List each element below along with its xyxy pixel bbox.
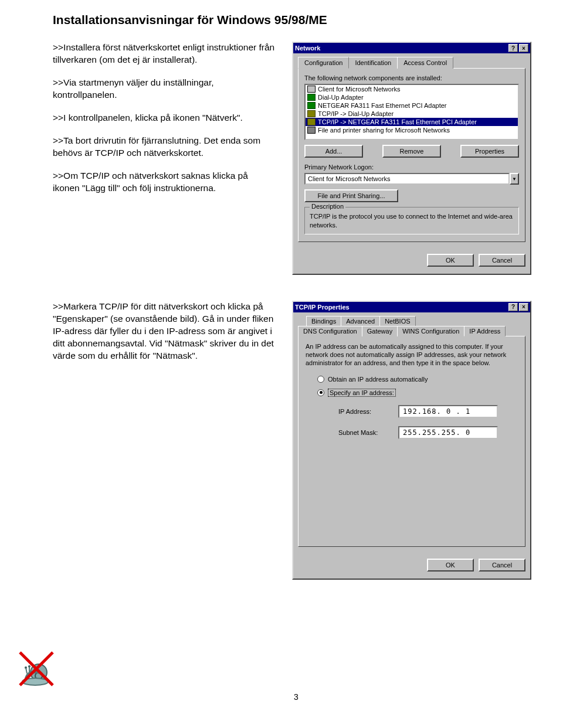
installed-components-label: The following network components are ins… bbox=[304, 74, 519, 81]
primary-logon-combo[interactable]: ▼ bbox=[304, 173, 519, 185]
tab-wins[interactable]: WINS Configuration bbox=[397, 326, 464, 336]
protocol-icon bbox=[307, 110, 316, 117]
ok-button[interactable]: OK bbox=[427, 254, 474, 267]
tab-dns[interactable]: DNS Configuration bbox=[298, 326, 362, 336]
adapter-icon bbox=[307, 94, 316, 101]
file-print-sharing-button[interactable]: File and Print Sharing... bbox=[304, 189, 398, 202]
service-icon bbox=[307, 127, 316, 134]
list-item-selected[interactable]: TCP/IP -> NETGEAR FA311 Fast Ethernet PC… bbox=[306, 118, 518, 126]
ip-address-input[interactable]: 192.168. 0 . 1 bbox=[398, 405, 498, 418]
ip-address-label: IP Address: bbox=[338, 408, 392, 415]
instructions-block-2: >>Markera TCP/IP för ditt nätverkskort o… bbox=[53, 301, 276, 373]
add-button[interactable]: Add... bbox=[304, 145, 363, 158]
list-item[interactable]: Client for Microsoft Networks bbox=[306, 85, 518, 93]
radio-obtain-auto[interactable]: Obtain an IP address automatically bbox=[317, 376, 518, 383]
remove-button[interactable]: Remove bbox=[382, 145, 441, 158]
instruction-5: >>Om TCP/IP och nätverkskort saknas klic… bbox=[53, 170, 276, 195]
tab-bindings[interactable]: Bindings bbox=[306, 316, 341, 326]
instruction-2: >>Via startmenyn väljer du inställningar… bbox=[53, 77, 276, 101]
list-item[interactable]: TCP/IP -> Dial-Up Adapter bbox=[306, 110, 518, 118]
ip-explain-text: An IP address can be automatically assig… bbox=[306, 342, 518, 368]
description-text: TCP/IP is the protocol you use to connec… bbox=[310, 212, 514, 229]
radio-specify-label: Specify an IP address: bbox=[328, 389, 396, 397]
tab-netbios[interactable]: NetBIOS bbox=[379, 316, 415, 326]
client-icon bbox=[307, 86, 316, 93]
no-snail-icon bbox=[18, 650, 55, 688]
network-dialog: Network ? × Configuration Identification… bbox=[292, 42, 531, 275]
tab-identification[interactable]: Identification bbox=[348, 57, 398, 69]
primary-logon-value[interactable] bbox=[304, 173, 510, 185]
properties-button[interactable]: Properties bbox=[460, 145, 519, 158]
radio-obtain-auto-label: Obtain an IP address automatically bbox=[328, 376, 428, 383]
instruction-6: >>Markera TCP/IP för ditt nätverkskort o… bbox=[53, 301, 276, 362]
help-button[interactable]: ? bbox=[508, 303, 518, 311]
cancel-button[interactable]: Cancel bbox=[479, 559, 525, 571]
tab-configuration[interactable]: Configuration bbox=[298, 57, 349, 69]
close-button[interactable]: × bbox=[519, 44, 528, 52]
tab-gateway[interactable]: Gateway bbox=[362, 326, 398, 336]
list-item[interactable]: File and printer sharing for Microsoft N… bbox=[306, 126, 518, 134]
ok-button[interactable]: OK bbox=[427, 559, 474, 571]
help-button[interactable]: ? bbox=[508, 44, 518, 52]
instructions-block-1: >>Installera först nätverkskortet enligt… bbox=[53, 42, 276, 205]
close-button[interactable]: × bbox=[519, 303, 528, 311]
components-listbox[interactable]: Client for Microsoft Networks Dial-Up Ad… bbox=[304, 84, 519, 140]
subnet-mask-input[interactable]: 255.255.255. 0 bbox=[398, 426, 498, 439]
list-item[interactable]: NETGEAR FA311 Fast Ethernet PCI Adapter bbox=[306, 101, 518, 110]
subnet-mask-label: Subnet Mask: bbox=[338, 429, 392, 436]
protocol-icon bbox=[307, 118, 316, 125]
adapter-icon bbox=[307, 102, 316, 109]
tab-access-control[interactable]: Access Control bbox=[397, 57, 453, 69]
network-dialog-title: Network bbox=[295, 45, 320, 52]
page-title: Installationsanvisningar för Windows 95/… bbox=[53, 12, 540, 28]
tab-advanced[interactable]: Advanced bbox=[341, 316, 380, 326]
primary-logon-label: Primary Network Logon: bbox=[304, 164, 519, 171]
instruction-4: >>Ta bort drivrutin för fjärranslutning.… bbox=[53, 135, 276, 159]
radio-specify[interactable]: Specify an IP address: bbox=[317, 389, 518, 397]
page-number: 3 bbox=[53, 692, 540, 702]
tcpip-dialog: TCP/IP Properties ? × Bindings Advanced … bbox=[292, 301, 531, 580]
radio-icon-selected bbox=[317, 389, 324, 396]
svg-line-4 bbox=[26, 668, 27, 673]
tab-ip-address[interactable]: IP Address bbox=[464, 326, 506, 336]
instruction-1: >>Installera först nätverkskortet enligt… bbox=[53, 42, 276, 66]
instruction-3: >>I kontrollpanelen, klicka på ikonen "N… bbox=[53, 112, 276, 124]
tcpip-dialog-title: TCP/IP Properties bbox=[295, 304, 350, 311]
radio-icon bbox=[317, 376, 324, 383]
dropdown-arrow-icon[interactable]: ▼ bbox=[510, 173, 519, 185]
list-item[interactable]: Dial-Up Adapter bbox=[306, 93, 518, 101]
description-group-label: Description bbox=[310, 203, 345, 210]
cancel-button[interactable]: Cancel bbox=[479, 254, 525, 267]
